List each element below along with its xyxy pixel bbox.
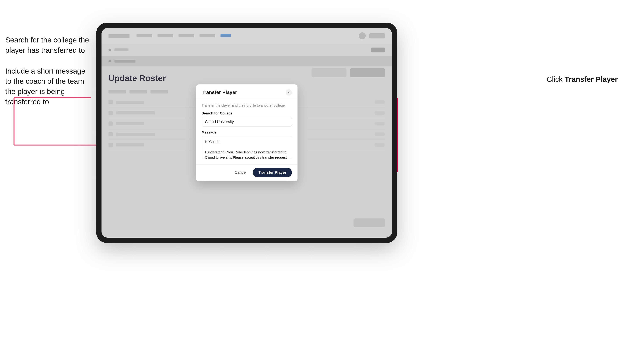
annotation-left: Search for the college the player has tr… bbox=[5, 35, 89, 118]
message-textarea[interactable]: Hi Coach, I understand Chris Robertson h… bbox=[202, 136, 292, 159]
modal-body: Transfer the player and their profile to… bbox=[196, 99, 298, 165]
modal-footer: Cancel Transfer Player bbox=[196, 165, 298, 181]
cancel-button[interactable]: Cancel bbox=[232, 169, 250, 176]
college-search-input[interactable] bbox=[202, 117, 292, 127]
college-label: Search for College bbox=[202, 111, 292, 115]
annotation-text-bottom: Include a short message to the coach of … bbox=[5, 66, 89, 107]
modal-header: Transfer Player × bbox=[196, 84, 298, 99]
transfer-player-button[interactable]: Transfer Player bbox=[253, 168, 292, 177]
modal-title: Transfer Player bbox=[202, 90, 237, 95]
annotation-right-text: Click Transfer Player bbox=[547, 75, 618, 83]
annotation-text-top: Search for the college the player has tr… bbox=[5, 35, 89, 56]
transfer-player-modal: Transfer Player × Transfer the player an… bbox=[196, 84, 298, 181]
modal-description: Transfer the player and their profile to… bbox=[202, 103, 292, 107]
modal-overlay: Transfer Player × Transfer the player an… bbox=[102, 28, 392, 238]
modal-close-button[interactable]: × bbox=[286, 89, 292, 96]
annotation-right: Click Transfer Player bbox=[547, 75, 618, 84]
ipad-screen: Update Roster bbox=[102, 28, 392, 238]
message-label: Message bbox=[202, 130, 292, 134]
ipad-frame: Update Roster bbox=[96, 23, 397, 243]
